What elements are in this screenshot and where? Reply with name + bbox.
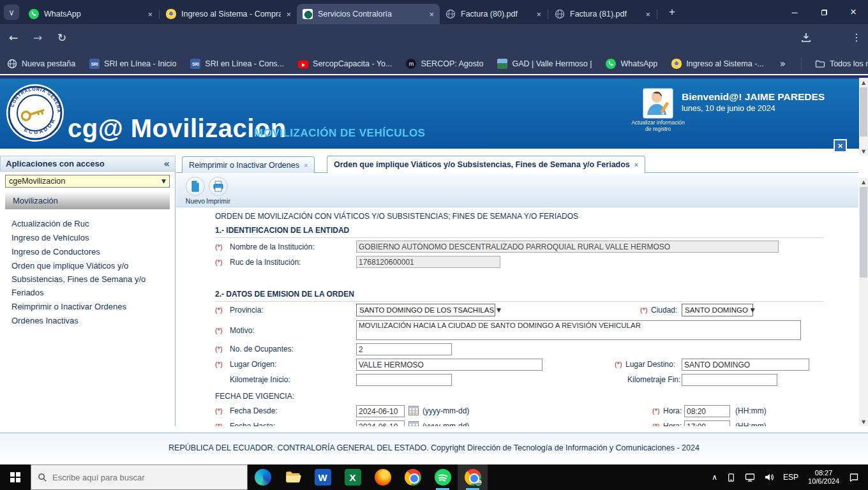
avatar-caption[interactable]: Actualizar información de registro [629,119,687,132]
ocupantes-input[interactable] [356,343,452,355]
doc-tab-close-icon[interactable]: × [634,161,638,168]
taskbar-app-spotify[interactable] [428,464,458,490]
browser-tab-factura-81[interactable]: Factura (81).pdf × [549,4,656,24]
taskbar-app-explorer[interactable] [278,464,308,490]
doc-tab-close-icon[interactable]: × [304,161,308,169]
sidebar-item-reimprimir-inactivar[interactable]: Reimprimir o Inactivar Ordenes [11,300,168,313]
forward-button[interactable]: → [33,31,42,44]
page-scrollbar[interactable]: ▲ ▼ [859,78,868,156]
window-minimize-button[interactable]: ─ [780,0,809,24]
sidebar-item-orden-viaticos[interactable]: Orden que implique Viáticos y/o Subsiste… [11,259,168,299]
taskbar-app-firefox[interactable] [368,464,398,490]
window-restore-button[interactable] [809,0,839,24]
ciudad-select[interactable]: SANTO DOMINGO ▼ [682,304,753,316]
doc-tab-orden-viaticos[interactable]: Orden que implique Viáticos y/o Subsiste… [327,156,645,174]
new-tab-button[interactable]: + [663,3,681,21]
tray-expand-icon[interactable]: ∧ [707,473,722,482]
taskbar-clock[interactable]: 08:27 10/6/2024 [803,469,844,486]
language-indicator[interactable]: ESP [779,473,803,482]
tab-close-icon[interactable]: × [429,10,434,19]
bookmark-nueva-pestana[interactable]: Nueva pestaña [0,59,82,69]
tab-title: WhatsApp [44,10,142,19]
doc-tab-reimprimir[interactable]: Reimprimir o Inactivar Ordenes × [182,156,315,173]
browser-tab-whatsapp[interactable]: WhatsApp × [23,4,158,24]
required-marker: (*) [640,306,648,314]
scrollbar-thumb[interactable] [860,187,867,278]
browser-tab-ingreso[interactable]: Ingreso al Sistema - Compra × [160,4,297,24]
tab-close-icon[interactable]: × [645,10,650,19]
taskbar-app-excel[interactable]: X [338,464,368,490]
sidebar-collapse-icon[interactable]: « [163,158,170,170]
spotify-icon [435,469,451,486]
hora-hasta-input[interactable] [684,420,730,426]
sidebar-item-ingreso-vehiculos[interactable]: Ingreso de Vehículos [11,231,168,244]
bookmark-sercopcapacita[interactable]: SercopCapacita - Yo... [291,59,399,68]
fecha-desde-input[interactable] [356,405,405,417]
tablet-mode-icon[interactable] [722,473,740,482]
required-marker: (*) [215,345,223,353]
nombre-institucion-input[interactable] [356,241,779,253]
scroll-down-icon[interactable]: ▼ [859,417,868,426]
km-fin-input[interactable] [682,374,777,386]
all-bookmarks-button[interactable]: Todos los marcadores [808,59,868,69]
taskbar-search[interactable] [31,464,248,490]
motivo-textarea[interactable]: MOVILIZACIÓN HACIA LA CIUDAD DE SANTO DO… [356,320,801,340]
action-center-icon[interactable] [844,472,868,482]
tab-search-button[interactable]: ∨ [4,4,19,20]
browser-tab-factura-80[interactable]: Factura (80).pdf × [440,4,547,24]
hora-desde-input[interactable] [684,405,730,417]
app-subtitle: MOVILIZACIÓN DE VEHÍCULOS [254,127,425,140]
volume-icon[interactable] [760,472,779,482]
update-registration-avatar[interactable] [643,89,673,118]
sidebar-group-movilizacion[interactable]: Movilización [5,191,170,209]
downloads-icon[interactable] [800,32,812,47]
chevron-down-icon: ▼ [161,178,166,184]
print-button[interactable]: Imprimir [206,177,231,205]
taskbar-app-edge[interactable] [248,464,278,490]
provincia-select[interactable]: SANTO DOMINGO DE LOS TSACHILAS ▼ [356,304,495,316]
fecha-hasta-input[interactable] [356,420,405,426]
bookmark-whatsapp[interactable]: WhatsApp [599,59,664,69]
bookmark-gad-valle-hermoso[interactable]: GAD | Valle Hermoso | [490,59,599,69]
scrollbar-thumb[interactable] [860,87,867,137]
browser-tab-servicios-contraloria[interactable]: Servicios Contraloría × [297,4,440,24]
sidebar-item-actualizacion-ruc[interactable]: Actualización de Ruc [11,217,168,230]
tab-close-icon[interactable]: × [286,10,291,19]
calendar-icon[interactable] [408,421,419,426]
required-marker: (*) [215,327,223,334]
calendar-icon[interactable] [408,406,419,415]
bookmark-sri-inicio[interactable]: SRI SRI en Línea - Inicio [82,59,183,69]
taskbar-app-word[interactable]: W [308,464,338,490]
lugar-destino-input[interactable] [682,359,809,371]
network-icon[interactable] [740,472,760,482]
tab-close-icon[interactable]: × [536,10,541,19]
window-close-button[interactable]: × [839,0,868,24]
bookmark-sercop-agosto[interactable]: m SERCOP: Agosto [399,59,490,69]
bookmark-ingreso-sistema[interactable]: Ingreso al Sistema -... [664,59,771,69]
scroll-down-icon[interactable]: ▼ [859,147,868,156]
printer-icon [209,177,228,196]
scroll-up-icon[interactable]: ▲ [859,177,868,186]
sidebar-item-ordenes-inactivas[interactable]: Ordenes Inactivas [11,314,168,327]
ruc-institucion-input[interactable] [356,256,500,268]
start-button[interactable] [0,464,31,490]
browser-menu-icon[interactable]: ⋮ [851,31,862,43]
scroll-up-icon[interactable]: ▲ [859,78,868,87]
new-button[interactable]: Nuevo [183,177,208,205]
taskbar-app-chrome-profile[interactable] [458,464,488,490]
lugar-origen-input[interactable] [356,359,542,371]
app-close-button[interactable]: × [834,139,847,152]
km-inicio-input[interactable] [356,374,452,386]
sidebar-item-ingreso-conductores[interactable]: Ingreso de Conductores [11,245,168,258]
bookmarks-overflow-icon[interactable]: » [771,58,795,70]
motivo-label: Motivo: [230,326,255,335]
reload-button[interactable]: ↻ [57,31,66,44]
taskbar-search-input[interactable] [52,473,231,482]
content-scrollbar[interactable]: ▲ ▼ [859,177,868,426]
bookmark-label: Ingreso al Sistema -... [686,59,764,68]
back-button[interactable]: ← [9,31,18,44]
application-select[interactable]: cgeMovilizacion ▼ [5,175,170,188]
bookmark-sri-consultas[interactable]: SRI SRI en Línea - Cons... [183,59,291,69]
taskbar-app-chrome[interactable] [398,464,428,490]
tab-close-icon[interactable]: × [147,10,153,19]
